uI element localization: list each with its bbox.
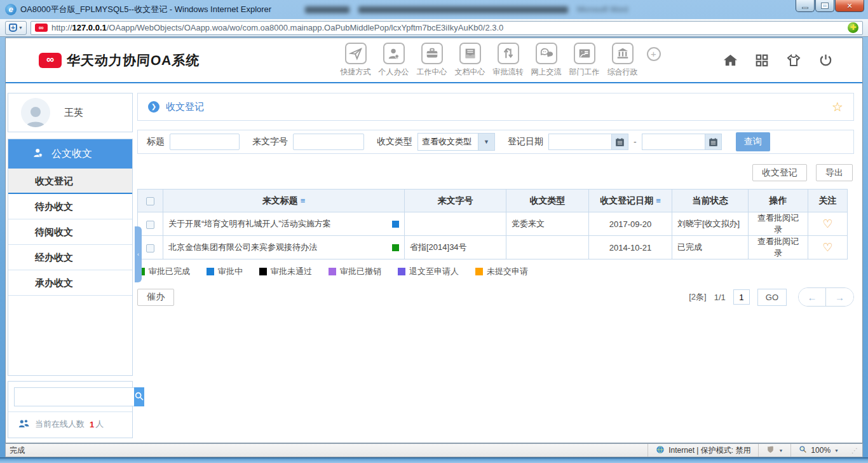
table-actions: 收文登记 导出	[137, 164, 853, 181]
legend-item: 审批已完成	[137, 266, 190, 277]
row-checkbox[interactable]	[146, 244, 154, 252]
browser-window: e OA8000平台版_FPLMYSQL5--收文登记 - Windows In…	[0, 0, 868, 463]
title-filter-input[interactable]	[170, 134, 240, 150]
legend-item: 退文至申请人	[398, 266, 459, 277]
col-type: 收文类型	[506, 190, 589, 212]
doc-title[interactable]: 关于开展“培育文明有礼城开人”活动实施方案	[168, 218, 388, 230]
view-record-link[interactable]: 查看批阅记录	[749, 236, 808, 259]
nav-item-work-center[interactable]: 工作中心	[413, 43, 451, 78]
total-count: [2条]	[689, 291, 706, 303]
legend-color-square	[207, 268, 214, 275]
sidebar-item-jingbanshouwen[interactable]: 经办收文	[8, 245, 132, 270]
export-button[interactable]: 导出	[816, 164, 853, 181]
doc-number	[405, 212, 506, 236]
chevron-down-icon: ▼	[778, 448, 783, 453]
minimize-icon	[802, 7, 808, 9]
sidebar: 王英 公文收文 收文登记 待办收文 待阅收文 经办收文 承办收文	[6, 83, 133, 442]
sidebar-search	[8, 382, 132, 412]
nav-item-department-work[interactable]: 部门工作	[566, 43, 604, 78]
extension-icon[interactable]: ✚	[848, 22, 858, 33]
privacy-segment[interactable]: ▼	[758, 444, 790, 457]
maximize-icon	[822, 3, 828, 8]
nav-item-document-center[interactable]: 文档中心	[451, 43, 489, 78]
prev-page-arrow-icon[interactable]: ←	[799, 288, 826, 306]
sidebar-collapse-handle[interactable]: ‹	[135, 226, 142, 282]
nav-item-administration[interactable]: 综合行政	[604, 43, 642, 78]
url-field[interactable]: ∞ http://127.0.0.1/OAapp/WebObjects/OAap…	[31, 21, 863, 35]
close-button[interactable]: ✕	[835, 0, 864, 12]
title-filter-label: 标题	[147, 136, 165, 148]
nav-item-approval-flow[interactable]: 审批流转	[489, 43, 527, 78]
nav-more-button[interactable]: +	[647, 47, 661, 61]
col-docno: 来文字号	[405, 190, 506, 212]
doc-title[interactable]: 北京金信集团有限公司来宾参观接待办法	[168, 242, 388, 253]
zoom-magnifier-icon	[799, 445, 807, 455]
docno-filter-input[interactable]	[293, 134, 364, 150]
grid-icon[interactable]	[755, 53, 769, 67]
register-button[interactable]: 收文登记	[752, 164, 807, 181]
bottom-toolbar: 催办 [2条] 1/1 GO ← →	[137, 287, 854, 307]
home-icon[interactable]	[723, 53, 738, 67]
app-logo: ∞ 华天动力协同OA系统	[39, 52, 200, 69]
url-text: http://127.0.0.1/OAapp/WebObjects/OAapp.…	[51, 23, 848, 32]
doc-date: 2014-10-21	[589, 236, 672, 259]
breadcrumb: ❯ 收文登记 ☆	[137, 93, 854, 121]
minimize-button[interactable]	[796, 0, 815, 12]
type-filter-label: 收文类型	[377, 136, 412, 148]
online-users-icon	[18, 419, 30, 430]
heart-icon[interactable]: ♡	[822, 218, 832, 230]
sidebar-item-daibanshouwen[interactable]: 待办收文	[8, 194, 132, 219]
pagination: [2条] 1/1 GO ← →	[689, 287, 854, 307]
next-page-arrow-icon[interactable]: →	[826, 288, 853, 306]
row-checkbox[interactable]	[146, 221, 154, 229]
maximize-button[interactable]	[815, 0, 834, 12]
add-favorites-button[interactable]: + ▼	[5, 21, 27, 35]
sort-icon[interactable]: ≡	[301, 196, 306, 205]
heart-icon[interactable]: ♡	[822, 241, 832, 254]
sidebar-item-daiyueshouwen[interactable]: 待阅收文	[8, 219, 132, 245]
background-window-ghost: Microsoft Word	[305, 4, 699, 15]
nav-item-personal-office[interactable]: 个人办公	[375, 43, 413, 78]
calendar-icon[interactable]	[705, 134, 722, 150]
zone-text: Internet | 保护模式: 禁用	[668, 445, 750, 456]
legend-color-square	[398, 268, 405, 275]
go-button[interactable]: GO	[757, 289, 787, 306]
sort-icon[interactable]: ≡	[656, 196, 661, 205]
app-logo-text: 华天动力协同OA系统	[66, 52, 200, 69]
legend-color-square	[259, 268, 267, 275]
site-favicon: ∞	[35, 24, 48, 32]
menu-header-gongwenshouwen[interactable]: 公文收文	[8, 139, 132, 169]
table-row: 北京金信集团有限公司来宾参观接待办法 省指[2014]34号 2014-10-2…	[138, 236, 848, 259]
brand-mark-icon: ∞	[39, 53, 62, 68]
type-filter-select[interactable]: 查看收文类型 ▼	[417, 133, 495, 151]
col-date[interactable]: 收文登记日期≡	[589, 190, 672, 212]
privacy-shield-icon	[766, 445, 775, 455]
date-filter-label: 登记日期	[508, 136, 543, 148]
close-icon: ✕	[846, 2, 852, 10]
favorite-star-icon[interactable]: ☆	[832, 99, 843, 114]
main-nav: 快捷方式 个人办公 工作中心	[337, 43, 661, 78]
date-separator: -	[634, 137, 637, 147]
legend-item: 未提交申请	[475, 266, 528, 277]
view-record-link[interactable]: 查看批阅记录	[749, 212, 808, 236]
nav-item-online-chat[interactable]: 网上交流	[527, 43, 566, 78]
query-button[interactable]: 查询	[736, 132, 770, 151]
date-from-input[interactable]	[548, 134, 612, 150]
calendar-icon[interactable]	[612, 134, 628, 150]
power-icon[interactable]	[818, 53, 833, 67]
chevron-down-icon[interactable]: ▼	[478, 133, 495, 151]
theme-shirt-icon[interactable]	[786, 53, 801, 68]
select-all-checkbox[interactable]	[146, 197, 154, 205]
sidebar-search-input[interactable]	[14, 387, 134, 406]
col-title[interactable]: 来文标题≡	[163, 190, 405, 212]
user-card: 王英	[8, 93, 133, 132]
chat-bubbles-icon	[536, 43, 557, 64]
date-to-input[interactable]	[642, 134, 705, 150]
nav-item-shortcuts[interactable]: 快捷方式	[337, 43, 375, 78]
page-number-input[interactable]	[733, 289, 750, 305]
zoom-segment[interactable]: 100% ▼	[790, 444, 846, 457]
flow-arrows-icon	[498, 43, 519, 64]
urge-button[interactable]: 催办	[137, 289, 174, 306]
sidebar-item-shouwendengji[interactable]: 收文登记	[8, 169, 132, 194]
sidebar-item-chengbanshouwen[interactable]: 承办收文	[8, 270, 132, 296]
